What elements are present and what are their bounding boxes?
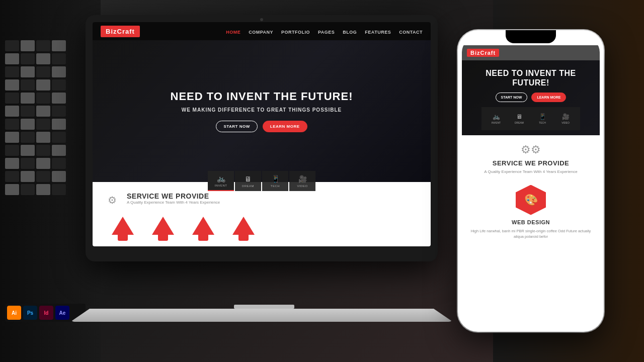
adobe-toolbar: Ai Ps Id Ae: [5, 304, 86, 322]
phone-logo: BizCraft: [467, 49, 499, 57]
laptop-base: [70, 309, 453, 322]
nav-item-home[interactable]: HOME: [226, 27, 240, 36]
service-card-3: [188, 216, 218, 241]
phone-screen: BizCraft NEED TO INVENT THE FUTURE! STAR…: [462, 37, 600, 325]
service-card-4: [228, 216, 259, 241]
aftereffects-icon: Ae: [55, 306, 69, 320]
laptop-start-button[interactable]: START NOW: [216, 121, 257, 132]
tab-video-label: VIDEO: [297, 185, 307, 188]
tab-dream-label: DREAM: [242, 185, 254, 188]
gear-icon: ⚙: [108, 194, 117, 206]
phone-services-title: SERVICE WE PROVIDE: [493, 159, 570, 167]
tab-dream[interactable]: 🖥 DREAM: [235, 171, 261, 191]
phone-services-subtitle: A Quality Experience Team With 4 Years E…: [484, 169, 577, 174]
phone-invent-label: Invent: [492, 121, 501, 124]
video-icon: 🎥: [298, 175, 307, 183]
dream-icon: 🖥: [245, 175, 252, 183]
invent-icon: 🚲: [217, 174, 225, 183]
tab-invent[interactable]: 🚲 INVENT: [208, 171, 234, 191]
phone-hex-badge: 🎨: [516, 185, 546, 215]
phone-gear-icon: ⚙⚙: [521, 143, 541, 156]
palette-icon: 🎨: [524, 194, 538, 207]
phone-tab-dream[interactable]: 🖥 Dream: [509, 110, 530, 127]
phone-hero-title: NEED TO INVENT THE FUTURE!: [468, 68, 594, 87]
laptop-frame: BizCraft HOME COMPANY PORTFOLIO PAGES BL…: [86, 15, 438, 261]
phone-device: BizCraft NEED TO INVENT THE FUTURE! STAR…: [458, 30, 604, 332]
phone-dream-label: Dream: [515, 121, 524, 124]
phone-tab-invent[interactable]: 🚲 Invent: [486, 110, 507, 127]
phone-video-label: Video: [561, 121, 570, 124]
phone-tab-video[interactable]: 🎥 Video: [555, 110, 576, 127]
phone-webdesign-card: 🎨 WEB DESIGN High Life narwhal, banh mi …: [462, 179, 600, 246]
laptop-hero-buttons: START NOW LEARN MORE: [216, 121, 307, 132]
laptop-service-cards: [93, 211, 431, 246]
photoshop-icon: Ps: [23, 306, 37, 320]
nav-item-blog[interactable]: BLOG: [343, 27, 357, 36]
laptop-screen: BizCraft HOME COMPANY PORTFOLIO PAGES BL…: [93, 22, 431, 246]
laptop-nav: BizCraft HOME COMPANY PORTFOLIO PAGES BL…: [93, 22, 431, 40]
indesign-icon: Id: [39, 306, 53, 320]
phone-card-title: WEB DESIGN: [512, 219, 550, 225]
phone-tech-icon: 📱: [539, 113, 546, 120]
tab-invent-label: INVENT: [214, 184, 227, 187]
phone-frame: BizCraft NEED TO INVENT THE FUTURE! STAR…: [458, 30, 604, 332]
services-title: SERVICE WE PROVIDE: [127, 192, 220, 200]
nav-item-pages[interactable]: PAGES: [318, 27, 335, 36]
nav-item-contact[interactable]: CONTACT: [399, 27, 423, 36]
phone-services-section: ⚙⚙ SERVICE WE PROVIDE A Quality Experien…: [462, 135, 600, 178]
phone-notch: [506, 30, 556, 43]
laptop-site-tabs: 🚲 INVENT 🖥 DREAM 📱 TECH 🎥: [208, 171, 315, 191]
nav-item-portfolio[interactable]: PORTFOLIO: [281, 27, 310, 36]
phone-nav: BizCraft: [462, 45, 600, 60]
laptop-device: BizCraft HOME COMPANY PORTFOLIO PAGES BL…: [86, 15, 443, 322]
laptop-stand: [234, 305, 294, 309]
services-subtitle: A Quality Experience Team With 4 Years E…: [127, 200, 220, 205]
phone-tech-label: Tech: [539, 121, 546, 124]
phone-start-button[interactable]: START NOW: [496, 93, 528, 102]
laptop-hero: NEED TO INVENT THE FUTURE! WE MAKING DIF…: [93, 40, 431, 182]
phone-tab-tech[interactable]: 📱 Tech: [532, 110, 553, 127]
phone-tabs: 🚲 Invent 🖥 Dream 📱 Tech 🎥 Video: [481, 107, 580, 130]
phone-invent-icon: 🚲: [493, 113, 500, 120]
service-card-2: [148, 216, 178, 241]
phone-dream-icon: 🖥: [516, 113, 522, 120]
phone-video-icon: 🎥: [562, 113, 570, 120]
tab-tech-label: TECH: [271, 185, 280, 188]
phone-learn-button[interactable]: LEARN MORE: [531, 93, 566, 102]
thumbnail-strip: [5, 40, 66, 195]
tab-tech[interactable]: 📱 TECH: [262, 171, 288, 191]
laptop-hero-subtitle: WE MAKING DIFFERENCE TO GREAT THINGS POS…: [182, 107, 342, 113]
bizcraft-website-laptop: BizCraft HOME COMPANY PORTFOLIO PAGES BL…: [93, 22, 431, 246]
tab-video[interactable]: 🎥 VIDEO: [289, 171, 315, 191]
nav-item-company[interactable]: COMPANY: [249, 27, 273, 36]
laptop-logo: BizCraft: [101, 26, 140, 37]
laptop-learn-button[interactable]: LEARN MORE: [263, 121, 307, 132]
phone-card-description: High Life narwhal, banh mi PBR single-or…: [468, 228, 594, 240]
phone-hero: NEED TO INVENT THE FUTURE! START NOW LEA…: [462, 60, 600, 135]
services-text: SERVICE WE PROVIDE A Quality Experience …: [127, 192, 220, 205]
phone-hero-buttons: START NOW LEARN MORE: [496, 93, 567, 102]
laptop-hero-title: NEED TO INVENT THE FUTURE!: [171, 90, 353, 103]
nav-item-features[interactable]: FEATURES: [365, 27, 391, 36]
laptop-camera: [260, 18, 263, 21]
tech-icon: 📱: [271, 175, 280, 183]
service-card-1: [108, 216, 138, 241]
illustrator-icon: Ai: [7, 306, 21, 320]
laptop-nav-links: HOME COMPANY PORTFOLIO PAGES BLOG FEATUR…: [226, 27, 423, 36]
